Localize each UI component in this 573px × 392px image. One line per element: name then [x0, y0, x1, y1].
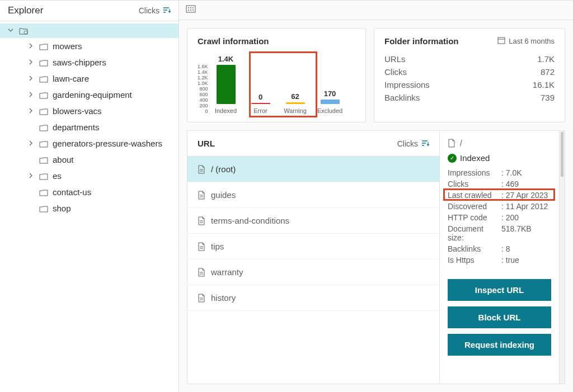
- sort-desc-icon: [163, 6, 171, 15]
- folder-icon: [39, 75, 48, 83]
- sidebar-item-blowers-vacs[interactable]: blowers-vacs: [0, 103, 179, 119]
- sidebar-item-lawn-care[interactable]: lawn-care: [0, 70, 179, 87]
- url-item[interactable]: history: [187, 285, 439, 311]
- folder-icon: [39, 124, 48, 131]
- sidebar-item-label: mowers: [53, 41, 82, 51]
- sidebar-item-label: shop: [53, 204, 71, 213]
- action-request-indexing[interactable]: Request indexing: [448, 334, 551, 356]
- detail-key: Discovered: [448, 202, 501, 211]
- sidebar-item-shop[interactable]: shop: [0, 200, 179, 216]
- detail-value: 518.7KB: [501, 224, 532, 242]
- action-inspect-url[interactable]: Inspect URL: [448, 279, 551, 301]
- sidebar-item-saws-chippers[interactable]: saws-chippers: [0, 54, 179, 70]
- sidebar-item-generators-pressure-washers[interactable]: generators-pressure-washers: [0, 135, 179, 152]
- explorer-sort[interactable]: Clicks: [139, 6, 171, 15]
- sidebar-item-es[interactable]: es: [0, 168, 179, 184]
- url-item[interactable]: guides: [187, 182, 439, 208]
- folder-icon: [39, 91, 48, 99]
- svg-point-5: [188, 10, 189, 11]
- chart-bar-excluded[interactable]: 170Excluded: [317, 89, 344, 115]
- chevron-right-icon: [27, 140, 35, 148]
- url-item-label: guides: [211, 190, 236, 200]
- svg-point-6: [190, 10, 191, 11]
- stat-value: 872: [541, 67, 555, 77]
- sidebar-item-contact-us[interactable]: contact-us: [0, 184, 179, 200]
- scrollbar[interactable]: [560, 130, 565, 384]
- svg-rect-8: [498, 37, 505, 44]
- url-item-label: warranty: [211, 267, 243, 277]
- explorer-sort-label: Clicks: [139, 6, 159, 15]
- action-block-url[interactable]: Block URL: [448, 306, 551, 328]
- url-item[interactable]: terms-and-conditions: [187, 208, 439, 234]
- bar: [217, 65, 236, 104]
- detail-row-is-https: Is Httpstrue: [448, 254, 551, 266]
- timeframe-selector[interactable]: Last 6 months: [497, 36, 555, 46]
- file-icon: [198, 294, 205, 303]
- detail-key: Backlinks: [448, 244, 501, 253]
- detail-row-impressions: Impressions7.0K: [448, 167, 551, 178]
- url-sort-label: Clicks: [397, 139, 418, 148]
- file-icon: [198, 191, 205, 200]
- bar-category: Error: [253, 107, 267, 114]
- svg-point-7: [192, 10, 194, 11]
- svg-point-3: [190, 7, 191, 8]
- stat-value: 739: [541, 93, 555, 102]
- file-icon: [198, 165, 205, 174]
- url-item[interactable]: tips: [187, 234, 439, 259]
- url-detail-panel: / ✓ Indexed Impressions7.0KClicks469Last…: [439, 130, 560, 384]
- chevron-right-icon: [27, 42, 35, 50]
- folder-card-title: Folder information: [384, 36, 459, 46]
- stat-value: 16.1K: [533, 80, 555, 89]
- status-ok-icon: ✓: [448, 154, 457, 163]
- sidebar-item-about[interactable]: about: [0, 152, 179, 168]
- detail-key: HTTP code: [448, 213, 501, 222]
- sidebar-item-gardening-equipment[interactable]: gardening-equipment: [0, 87, 179, 103]
- chevron-right-icon: [27, 91, 35, 99]
- detail-value: 11 Apr 2012: [501, 202, 548, 211]
- url-item[interactable]: warranty: [187, 259, 439, 285]
- explorer-header: Explorer Clicks: [0, 1, 179, 21]
- explorer-sidebar: Explorer Clicks mowerssaws-chipperslawn-…: [0, 1, 179, 392]
- url-list-header: URL Clicks: [187, 131, 439, 157]
- sidebar-item-label: es: [53, 171, 62, 181]
- explorer-title: Explorer: [8, 5, 43, 16]
- chart-y-axis: 1.6K1.4K1.2K1.0K8006004002000: [198, 64, 208, 114]
- detail-key: Document size:: [448, 224, 501, 242]
- stat-value: 1.7K: [537, 54, 555, 64]
- sidebar-item-mowers[interactable]: mowers: [0, 38, 179, 54]
- stat-row-clicks: Clicks872: [384, 65, 555, 78]
- stat-label: Backlinks: [384, 93, 420, 102]
- chart-bar-indexed[interactable]: 1.4KIndexed: [213, 55, 239, 114]
- detail-value: 200: [501, 213, 519, 222]
- chart-bar-error[interactable]: 0Error: [247, 93, 274, 114]
- url-item-label: history: [211, 293, 236, 303]
- detail-actions: Inspect URLBlock URLRequest indexing: [448, 279, 551, 356]
- crawl-card-title: Crawl information: [198, 36, 355, 46]
- detail-key: Impressions: [448, 168, 501, 177]
- sidebar-item-label: generators-pressure-washers: [53, 139, 162, 148]
- file-icon: [198, 216, 205, 225]
- chart-bar-warning[interactable]: 62Warning: [282, 92, 309, 114]
- sidebar-item-label: lawn-care: [53, 74, 89, 83]
- url-sort[interactable]: Clicks: [397, 139, 429, 148]
- detail-value: 8: [501, 244, 510, 253]
- sidebar-item-departments[interactable]: departments: [0, 119, 179, 135]
- folder-icon: [39, 140, 48, 148]
- stat-row-urls: URLs1.7K: [384, 53, 555, 65]
- stat-row-impressions: Impressions16.1K: [384, 78, 555, 91]
- main-content: Crawl information 1.6K1.4K1.2K1.0K800600…: [179, 1, 573, 392]
- url-list-panel: URL Clicks / (root)guidesterms-and-condi…: [187, 130, 439, 384]
- sidebar-item-label: saws-chippers: [53, 58, 106, 67]
- bar-value: 62: [291, 92, 299, 101]
- detail-path: /: [460, 139, 462, 148]
- folder-icon: [39, 42, 48, 50]
- bar-category: Warning: [284, 107, 307, 114]
- detail-row-discovered: Discovered11 Apr 2012: [448, 201, 551, 212]
- url-item[interactable]: / (root): [187, 157, 439, 182]
- detail-row-http-code: HTTP code200: [448, 212, 551, 223]
- grid-view-icon[interactable]: [186, 5, 196, 15]
- tree-root[interactable]: [0, 23, 179, 38]
- bar: [251, 103, 270, 104]
- detail-status: ✓ Indexed: [448, 153, 551, 163]
- file-icon: [448, 139, 455, 148]
